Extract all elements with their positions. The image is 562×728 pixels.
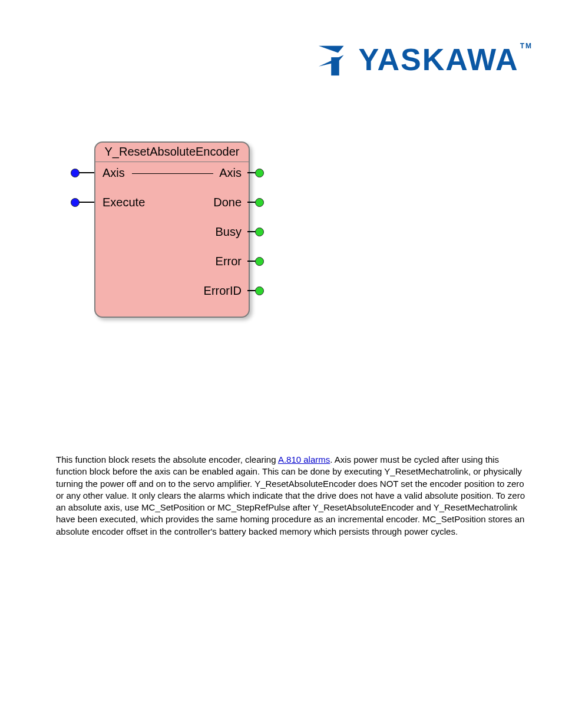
output-port-busy: Busy bbox=[216, 225, 242, 239]
function-block-body: Y_ResetAbsoluteEncoder Axis Execute Axis… bbox=[94, 141, 250, 318]
input-pin-axis-icon bbox=[71, 169, 80, 177]
description-paragraph: This function block resets the absolute … bbox=[56, 454, 527, 538]
output-port-errorid: ErrorID bbox=[204, 284, 242, 298]
brand-logo: YASKAWATM bbox=[316, 41, 533, 78]
output-pin-error-icon bbox=[255, 257, 264, 266]
yaskawa-mark-icon bbox=[316, 41, 353, 78]
a810-alarms-link[interactable]: A.810 alarms bbox=[278, 454, 330, 465]
output-pin-axis-icon bbox=[255, 169, 264, 177]
logo-text: YASKAWATM bbox=[359, 42, 533, 77]
function-block-diagram: Y_ResetAbsoluteEncoder Axis Execute Axis… bbox=[71, 141, 259, 324]
output-pin-busy-icon bbox=[255, 228, 264, 236]
function-block-title: Y_ResetAbsoluteEncoder bbox=[95, 145, 249, 159]
input-port-execute: Execute bbox=[103, 196, 145, 209]
output-port-axis: Axis bbox=[219, 166, 242, 180]
output-port-error: Error bbox=[216, 255, 242, 268]
input-pin-execute-icon bbox=[71, 198, 80, 207]
output-pin-errorid-icon bbox=[255, 286, 264, 295]
output-port-done: Done bbox=[213, 196, 242, 209]
input-port-axis: Axis bbox=[103, 166, 125, 180]
output-pin-done-icon bbox=[255, 198, 264, 207]
